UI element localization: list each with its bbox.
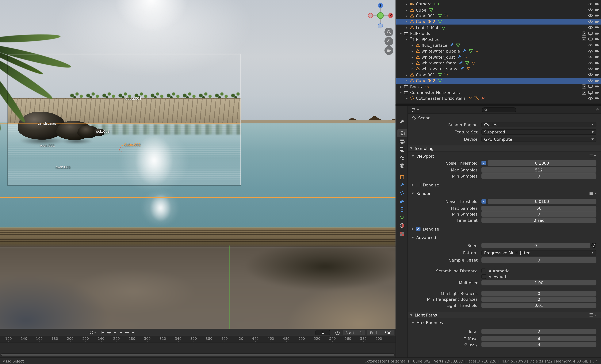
expand-icon[interactable]: ▾ — [399, 31, 403, 35]
seed-field[interactable]: 0 — [481, 243, 590, 248]
expand-icon[interactable]: ▸ — [404, 20, 409, 24]
outliner-row[interactable]: ▸Cube.001▽7 — [396, 72, 601, 78]
object-label[interactable]: Cube.001 — [125, 97, 141, 101]
auto-keyframe-button[interactable] — [90, 331, 96, 334]
device-select[interactable]: GPU Compute — [481, 137, 596, 142]
camera-toggle-icon[interactable] — [594, 84, 600, 89]
subpanel-max-bounces[interactable]: Max Bounces — [412, 320, 596, 325]
object-label[interactable]: rock.003 — [95, 130, 110, 133]
chevron-down-icon[interactable] — [417, 109, 419, 110]
tab-modifiers-properties[interactable] — [397, 181, 407, 189]
jump-to-next-keyframe-button[interactable]: ◆▶ — [124, 330, 130, 335]
expand-icon[interactable]: ▸ — [410, 61, 415, 65]
outliner-row[interactable]: ▸Camera — [396, 1, 601, 7]
outliner-item-label[interactable]: Camera — [416, 2, 432, 6]
tab-view-layer-properties[interactable] — [397, 145, 407, 153]
denoise-viewport-checkbox[interactable] — [416, 182, 421, 187]
expand-icon[interactable]: ▸ — [404, 73, 409, 77]
timeline-ruler[interactable]: 1201401601802002202402602803003203403603… — [0, 336, 396, 343]
zoom-button[interactable] — [384, 28, 393, 36]
eye-icon[interactable] — [588, 60, 593, 66]
outliner-item-label[interactable]: Rocks — [410, 84, 422, 89]
eye-icon[interactable] — [588, 19, 593, 24]
outliner-row[interactable]: ▸whitewater_dust▽ — [396, 54, 601, 60]
current-frame-field[interactable]: 1 — [315, 330, 330, 335]
outliner-item-label[interactable]: whitewater_dust — [421, 55, 455, 59]
checkbox-icon[interactable] — [581, 90, 587, 95]
screen-icon[interactable] — [588, 84, 593, 89]
eye-icon[interactable] — [588, 1, 593, 7]
outliner-item-label[interactable]: fluid_surface — [421, 43, 447, 48]
camera-frame[interactable] — [8, 54, 241, 185]
animate-seed-icon[interactable] — [591, 243, 597, 248]
tab-scene-properties[interactable] — [397, 153, 407, 162]
tab-physics-properties[interactable] — [397, 197, 407, 205]
outliner-row[interactable]: ▸whitewater_spray▽ — [396, 66, 601, 72]
object-label[interactable]: Landscape — [38, 121, 56, 125]
gizmo-z-axis[interactable]: Z — [378, 3, 383, 8]
properties-search-input[interactable] — [482, 108, 516, 112]
expand-icon[interactable]: ▸ — [410, 49, 415, 53]
eye-icon[interactable] — [588, 25, 593, 30]
tab-constraints-properties[interactable] — [397, 205, 407, 213]
play-button[interactable]: ▶ — [118, 330, 124, 335]
subpanel-viewport[interactable]: Viewport — [412, 153, 596, 159]
jump-to-prev-keyframe-button[interactable]: ◀◆ — [106, 330, 112, 335]
eye-icon[interactable] — [588, 54, 593, 60]
camera-toggle-icon[interactable] — [594, 1, 600, 7]
outliner-row[interactable]: ▾FLIPFluids — [396, 30, 601, 36]
outliner-item-label[interactable]: Cube.002 — [416, 78, 435, 83]
outliner-item-label[interactable]: Cube.001 — [416, 72, 435, 77]
expand-icon[interactable]: ▸ — [404, 8, 409, 12]
camera-toggle-icon[interactable] — [594, 72, 600, 77]
tab-object-data-properties[interactable] — [397, 213, 407, 221]
outliner-item-label[interactable]: FLIPMeshes — [416, 37, 439, 41]
outliner-row[interactable]: ▸Cube.002 — [396, 19, 601, 25]
camera-toggle-icon[interactable] — [594, 90, 600, 95]
glossy-bounces-field[interactable]: 4 — [481, 342, 596, 347]
timeline-track-area[interactable] — [0, 343, 396, 357]
camera-toggle-icon[interactable] — [594, 96, 600, 101]
outliner-row[interactable]: ▸fluid_surface — [396, 42, 601, 48]
expand-icon[interactable]: ▾ — [399, 91, 403, 94]
noise-threshold-render-field[interactable]: 0.0100 — [488, 199, 597, 204]
tab-render-properties[interactable] — [397, 129, 407, 137]
eye-icon[interactable] — [588, 43, 593, 48]
tab-world-properties[interactable] — [397, 162, 407, 170]
noise-threshold-render-checkbox[interactable]: ✓ — [481, 199, 486, 203]
gizmo-negative-z-axis[interactable] — [378, 23, 383, 29]
gizmo-x-axis[interactable]: X — [388, 13, 393, 18]
presets-icon[interactable] — [590, 314, 596, 316]
object-label[interactable]: rock.005 — [56, 165, 71, 169]
outliner-item-label[interactable]: Leaf_1_Mat — [416, 25, 439, 30]
tab-texture-properties[interactable] — [397, 229, 407, 237]
outliner-row[interactable]: ▸whitewater_bubble▽ — [396, 48, 601, 54]
camera-toggle-icon[interactable] — [594, 43, 600, 48]
max-samples-field[interactable]: 512 — [481, 167, 596, 173]
scrambling-viewport-checkbox[interactable] — [481, 274, 486, 279]
checkbox-icon[interactable] — [581, 84, 587, 89]
outliner-row[interactable]: ▸Rocks▽5 — [396, 84, 601, 90]
subpanel-advanced[interactable]: Advanced — [412, 234, 596, 240]
expand-icon[interactable]: ▸ — [404, 79, 409, 82]
sample-offset-field[interactable]: 0 — [481, 257, 596, 263]
camera-toggle-icon[interactable] — [594, 60, 600, 66]
outliner-item-label[interactable]: whitewater_bubble — [421, 49, 460, 53]
jump-to-start-button[interactable]: |◀ — [100, 330, 106, 335]
navigation-gizmo[interactable]: Z X — [369, 4, 393, 28]
screen-icon[interactable] — [588, 31, 593, 36]
presets-icon[interactable] — [590, 155, 596, 157]
tab-particles-properties[interactable] — [397, 189, 407, 197]
automatic-checkbox[interactable] — [481, 268, 486, 273]
active-object-label[interactable]: Cube.002 — [124, 143, 141, 147]
subpanel-denoise-viewport[interactable]: Denoise — [412, 182, 596, 188]
outliner-row[interactable]: ▾FLIPMeshes — [396, 36, 601, 42]
eye-icon[interactable] — [588, 13, 593, 18]
min-samples-render-field[interactable]: 0 — [481, 211, 596, 217]
outliner-item-label[interactable]: FLIPFluids — [410, 31, 430, 36]
camera-toggle-icon[interactable] — [594, 48, 600, 54]
min-light-bounces-field[interactable]: 0 — [481, 291, 596, 296]
end-frame-field[interactable]: End500 — [367, 330, 394, 335]
camera-toggle-icon[interactable] — [594, 7, 600, 12]
tab-output-properties[interactable] — [397, 137, 407, 145]
